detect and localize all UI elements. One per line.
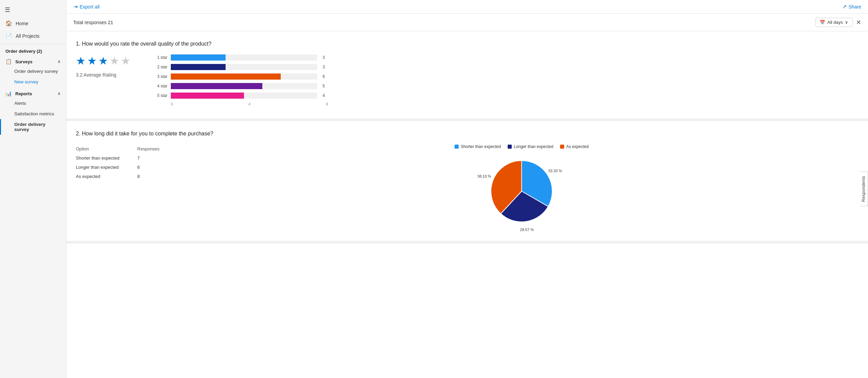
star-1: ★ [76,54,86,67]
legend-longer: Longer than expected [508,144,553,149]
question-2-block: 2. How long did it take for you to compl… [66,121,868,244]
bar-row: 2 star 3 [151,64,328,70]
reports-chevron: ∧ [58,91,61,96]
question-2-title: 2. How long did it take for you to compl… [76,131,858,137]
table-row: Longer than expected6 [76,163,171,172]
bar-row: 4 star 5 [151,83,328,89]
pie-chart-section: Shorter than expected Longer than expect… [185,144,858,229]
pie-legend: Shorter than expected Longer than expect… [455,144,589,149]
reports-section-header[interactable]: 📊 Reports ∧ [0,87,66,98]
bar-count: 3 [323,55,328,60]
surveys-section-header[interactable]: 📋 Surveys ∧ [0,55,66,66]
bar-count: 3 [323,65,328,69]
bar-track [171,54,317,61]
q1-bar-chart: 1 star 3 2 star 3 3 star 6 4 star 5 5 st… [151,54,328,106]
toolbar: ⇥ Export all ↗ Share [66,0,868,14]
content-area: 1. How would you rate the overall qualit… [66,31,868,378]
col-responses: Responses [137,144,171,153]
bar-fill [171,83,262,89]
star-3: ★ [98,54,108,67]
sidebar-item-alerts[interactable]: Alerts [0,98,66,109]
star-5: ★ [121,54,131,67]
subheader: Total responses 21 📅 All days ∨ ✕ [66,14,868,31]
sidebar-item-order-delivery-survey[interactable]: Order delivery survey [0,66,66,77]
calendar-icon: 📅 [820,20,825,25]
respondents-tab[interactable]: Respondents [859,171,868,206]
responses-cell: 6 [137,163,171,172]
share-icon: ↗ [842,3,847,10]
hamburger-icon[interactable]: ☰ [0,3,66,17]
projects-icon: 📄 [5,33,12,39]
sidebar-item-home[interactable]: 🏠 Home [0,17,66,30]
avg-rating-label: 3.2 Average Rating [76,72,116,78]
bar-count: 5 [323,84,328,88]
reports-icon: 📊 [5,91,12,97]
chevron-down-icon: ∨ [845,20,848,25]
bar-fill [171,93,244,99]
sidebar-item-new-survey[interactable]: New survey [0,77,66,87]
bar-label: 4 star [151,84,167,88]
q2-content: Option Responses Shorter than expected7L… [76,144,858,229]
order-delivery-header: Order delivery (2) [0,45,66,55]
q2-table: Option Responses Shorter than expected7L… [76,144,171,181]
chart-axis: 0 4 8 [171,102,328,106]
legend-shorter: Shorter than expected [455,144,501,149]
table-row: Shorter than expected7 [76,153,171,163]
bar-label: 1 star [151,55,167,60]
responses-cell: 7 [137,153,171,163]
respondents-sidebar: Respondents [859,0,868,378]
bar-row: 3 star 6 [151,73,328,80]
star-2: ★ [87,54,97,67]
main-content: ⇥ Export all ↗ Share Total responses 21 … [66,0,868,378]
bar-row: 5 star 4 [151,93,328,99]
question-1-block: 1. How would you rate the overall qualit… [66,31,868,121]
legend-as-expected: As expected [560,144,589,149]
option-cell: Longer than expected [76,163,137,172]
bar-label: 3 star [151,74,167,79]
option-cell: As expected [76,172,137,181]
sidebar: ☰ 🏠 Home 📄 All Projects Order delivery (… [0,0,66,378]
bar-fill [171,64,226,70]
star-4: ★ [110,54,119,67]
star-display: ★ ★ ★ ★ ★ [76,54,131,67]
all-days-filter[interactable]: 📅 All days ∨ [815,18,853,27]
sidebar-item-satisfaction-metrics[interactable]: Satisfaction metrics [0,109,66,119]
bar-track [171,83,317,89]
bar-fill [171,54,226,61]
total-responses-label: Total responses 21 [73,20,113,25]
table-row: As expected8 [76,172,171,181]
home-icon: 🏠 [5,20,12,27]
sidebar-item-order-delivery-survey-report[interactable]: Order delivery survey [0,119,66,135]
bar-count: 4 [323,93,328,98]
responses-cell: 8 [137,172,171,181]
col-option: Option [76,144,137,153]
question-1-title: 1. How would you rate the overall qualit… [76,41,858,47]
bar-label: 2 star [151,65,167,69]
export-all-button[interactable]: ⇥ Export all [73,3,99,10]
surveys-chevron: ∧ [58,59,61,64]
star-rating-section: ★ ★ ★ ★ ★ 3.2 Average Rating [76,54,131,78]
bar-track [171,73,317,80]
bar-track [171,64,317,70]
pie-chart-svg [484,154,559,229]
option-cell: Shorter than expected [76,153,137,163]
bar-row: 1 star 3 [151,54,328,61]
bar-track [171,93,317,99]
export-icon: ⇥ [73,3,78,10]
bar-count: 6 [323,74,328,79]
sidebar-item-all-projects[interactable]: 📄 All Projects [0,30,66,42]
bar-label: 5 star [151,93,167,98]
share-button[interactable]: ↗ Share [842,3,861,10]
survey-icon: 📋 [5,59,12,65]
bar-fill [171,73,281,80]
